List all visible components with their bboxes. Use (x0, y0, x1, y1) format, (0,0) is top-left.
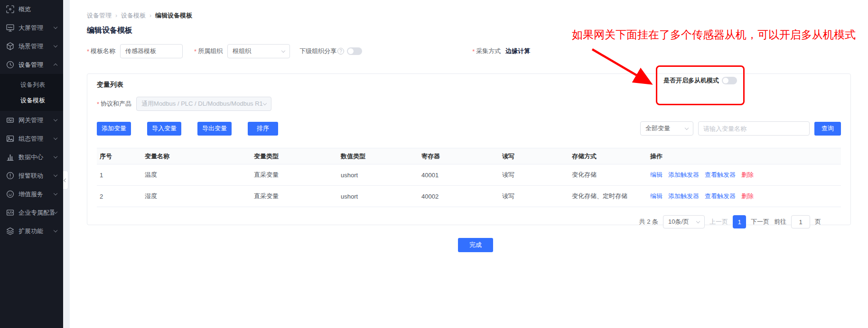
cell-name: 温度 (142, 164, 251, 186)
template-name-input[interactable] (120, 44, 183, 58)
data-icon (6, 153, 14, 161)
add-trigger-link[interactable]: 添加触发器 (668, 192, 699, 200)
cell-register: 40001 (419, 164, 499, 186)
collect-mode-value: 边缘计算 (505, 47, 530, 55)
variable-table: 序号 变量名称 变量类型 数值类型 寄存器 读写 存储方式 操作 1 (97, 148, 841, 207)
variable-type-select-value: 全部变量 (645, 124, 670, 133)
sidebar-item-scada-mgmt[interactable]: 组态管理 (0, 129, 63, 148)
sidebar-item-device-list[interactable]: 设备列表 (0, 77, 63, 92)
chevron-down-icon (54, 25, 57, 29)
scada-icon (6, 135, 14, 143)
current-page-button[interactable]: 1 (733, 215, 746, 228)
sidebar-item-device-mgmt[interactable]: 设备管理 (0, 55, 63, 74)
sidebar-item-label: 大屏管理 (19, 24, 54, 32)
cell-rw: 读写 (499, 186, 569, 207)
share-label: 下级组织分享 (299, 47, 336, 55)
sort-button[interactable]: 排序 (248, 122, 278, 136)
sidebar-item-overview[interactable]: 概览 (0, 0, 63, 18)
sidebar-item-gateway-mgmt[interactable]: 网关管理 (0, 111, 63, 129)
goto-label: 前往 (774, 218, 786, 226)
add-variable-button[interactable]: 添加变量 (97, 122, 131, 136)
chevron-down-icon (54, 228, 57, 232)
chevron-down-icon (263, 101, 267, 105)
overview-icon (6, 5, 14, 13)
multi-slave-toggle[interactable] (722, 77, 737, 84)
query-button[interactable]: 查询 (814, 122, 841, 136)
col-header-register: 寄存器 (419, 148, 499, 164)
sidebar-item-label: 数据中心 (19, 153, 54, 162)
sidebar-item-label: 网关管理 (19, 116, 54, 125)
sidebar-item-scene-mgmt[interactable]: 场景管理 (0, 37, 63, 55)
finish-button[interactable]: 完成 (458, 238, 493, 252)
main-area: 设备管理 › 设备模板 › 编辑设备模板 编辑设备模板 * 模板名称 * 所属组… (63, 0, 868, 328)
screen-icon (6, 24, 14, 32)
share-toggle[interactable] (347, 47, 362, 55)
sidebar-item-value-added-services[interactable]: 增值服务 (0, 185, 63, 203)
table-row: 1 温度 直采变量 ushort 40001 读写 变化存储 编辑 添加触发器 (97, 164, 841, 186)
variable-action-buttons: 添加变量 导入变量 导出变量 排序 (97, 122, 278, 136)
sidebar-item-label: 场景管理 (19, 42, 54, 51)
sidebar-item-enterprise-config[interactable]: 企业专属配置 (0, 203, 63, 222)
org-select[interactable]: 根组织 (227, 44, 290, 58)
edit-link[interactable]: 编辑 (650, 192, 663, 200)
breadcrumb-device-mgmt[interactable]: 设备管理 (87, 11, 112, 20)
question-icon[interactable]: ? (337, 48, 344, 55)
chevron-up-icon (54, 64, 57, 67)
cell-var-type: 直采变量 (251, 164, 338, 186)
sidebar-item-device-template[interactable]: 设备模板 (0, 92, 63, 108)
row-actions: 编辑 添加触发器 查看触发器 删除 (650, 192, 838, 200)
chevron-down-icon (54, 44, 57, 47)
sidebar-collapse-handle[interactable] (63, 171, 68, 190)
breadcrumb: 设备管理 › 设备模板 › 编辑设备模板 (87, 0, 851, 20)
view-trigger-link[interactable]: 查看触发器 (705, 192, 736, 200)
variable-type-select[interactable]: 全部变量 (640, 121, 693, 136)
protocol-label: 协议和产品 (101, 100, 131, 108)
add-trigger-link[interactable]: 添加触发器 (668, 171, 699, 179)
delete-link[interactable]: 删除 (741, 192, 754, 200)
sidebar-item-extensions[interactable]: 扩展功能 (0, 222, 63, 240)
pagination: 共 2 条 10条/页 上一页 1 下一页 前往 页 (97, 215, 841, 228)
sidebar: 概览 大屏管理 场景管理 设备管理 设备列表 (0, 0, 63, 328)
import-variable-button[interactable]: 导入变量 (147, 122, 181, 136)
multi-slave-toggle-row: 是否开启多从机模式 (663, 76, 737, 85)
chevron-left-icon (64, 178, 67, 182)
cell-index: 1 (97, 164, 142, 186)
next-page-button[interactable]: 下一页 (751, 218, 769, 226)
sidebar-item-label: 增值服务 (19, 190, 54, 199)
extension-icon (6, 227, 14, 235)
delete-link[interactable]: 删除 (741, 171, 754, 179)
edit-link[interactable]: 编辑 (650, 171, 663, 179)
sidebar-item-screen-mgmt[interactable]: 大屏管理 (0, 18, 63, 37)
variable-search-input[interactable] (698, 121, 810, 136)
cell-var-type: 直采变量 (251, 186, 338, 207)
page-size-select[interactable]: 10条/页 (663, 215, 705, 228)
sidebar-item-label: 报警联动 (19, 172, 54, 180)
required-mark: * (87, 48, 89, 55)
cell-data-type: ushort (338, 186, 419, 207)
breadcrumb-separator-icon: › (115, 12, 117, 19)
cell-storage: 变化存储 (569, 164, 647, 186)
chevron-down-icon (54, 136, 57, 140)
sidebar-item-data-center[interactable]: 数据中心 (0, 148, 63, 166)
goto-page-input[interactable] (791, 215, 810, 228)
sidebar-item-alarm-linkage[interactable]: 报警联动 (0, 166, 63, 185)
goto-unit: 页 (815, 218, 821, 226)
org-label: 所属组织 (198, 47, 223, 55)
scene-icon (6, 42, 14, 50)
table-row: 2 湿度 直采变量 ushort 40002 读写 变化存储、定时存储 编辑 添… (97, 186, 841, 207)
breadcrumb-device-template[interactable]: 设备模板 (121, 11, 146, 20)
collect-mode-label: 采集方式 (476, 47, 501, 55)
col-header-storage: 存储方式 (569, 148, 647, 164)
view-trigger-link[interactable]: 查看触发器 (705, 171, 736, 179)
required-mark: * (97, 100, 99, 108)
annotation-text: 如果网关下面挂在了多个传感器从机，可以开启多从机模式 (572, 27, 856, 42)
gateway-icon (6, 116, 14, 124)
sidebar-item-label: 概览 (19, 5, 57, 14)
export-variable-button[interactable]: 导出变量 (197, 122, 232, 136)
sidebar-item-label: 企业专属配置 (19, 209, 54, 217)
prev-page-button[interactable]: 上一页 (709, 218, 728, 226)
col-header-data-type: 数值类型 (338, 148, 419, 164)
vas-icon (6, 190, 14, 198)
cell-index: 2 (97, 186, 142, 207)
cell-rw: 读写 (499, 164, 569, 186)
